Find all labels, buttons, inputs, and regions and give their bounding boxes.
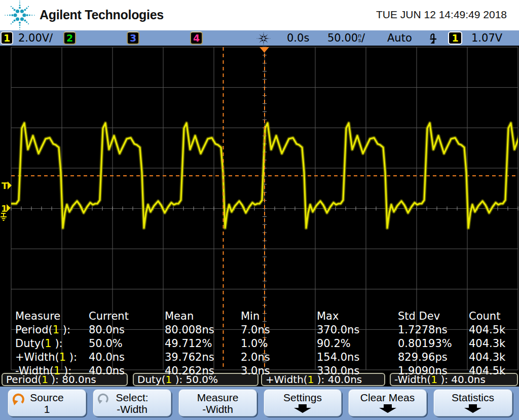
- agilent-spark-logo: [3, 1, 36, 30]
- softkey-statistics[interactable]: Statistics: [433, 389, 512, 416]
- meas-period-min: 7.0ns: [241, 323, 317, 337]
- waveform-display: T 1 Measure Current Mean Min Max Std Dev…: [0, 46, 519, 371]
- delay-readout: 0.0s: [287, 30, 309, 46]
- header: Agilent Technologies TUE JUN 12 14:49:49…: [0, 0, 519, 30]
- softkey-select[interactable]: Select: -Width: [93, 389, 171, 416]
- meas-header-measure: Measure: [15, 310, 89, 323]
- meas-period-stddev: 1.7278ns: [398, 323, 469, 337]
- meas-header-min: Min: [241, 310, 317, 323]
- meas-header-stddev: Std Dev: [398, 310, 469, 323]
- meas-nwidth-current: 40.0ns: [89, 364, 165, 378]
- meas-duty-count: 404.3k: [469, 337, 509, 351]
- softkey-clear-meas[interactable]: Clear Meas: [348, 389, 427, 416]
- trigger-position-marker[interactable]: [260, 47, 269, 53]
- channel-1-ground-marker[interactable]: 1: [1, 203, 11, 220]
- trigger-mode: Auto: [387, 30, 412, 46]
- meas-pwidth-count: 404.3k: [469, 351, 509, 364]
- trigger-level-marker[interactable]: T: [2, 180, 12, 191]
- meas-row-duty-label: Duty(1 ):: [15, 337, 89, 351]
- meas-nwidth-min: 3.0ns: [241, 364, 317, 378]
- oscilloscope-screen: Agilent Technologies TUE JUN 12 14:49:49…: [0, 0, 519, 420]
- timebase-readout: 50.00ns/: [327, 30, 365, 46]
- measurement-table: Measure Current Mean Min Max Std Dev Cou…: [15, 310, 509, 378]
- meas-header-mean: Mean: [165, 310, 241, 323]
- meas-period-current: 80.0ns: [89, 323, 165, 337]
- rotate-knob-icon: [11, 392, 25, 406]
- timebase-slash: /: [361, 32, 365, 44]
- channel-3-badge[interactable]: 3: [127, 31, 139, 45]
- channel-1-badge[interactable]: 1: [1, 31, 13, 45]
- datetime: TUE JUN 12 14:49:49 2018: [376, 9, 507, 21]
- meas-row-pwidth-label: +Width(1 ):: [15, 351, 89, 364]
- brand-title: Agilent Technologies: [40, 8, 164, 22]
- status-bar: 1 2.00V/ 2 3 4 0.0s 50.00ns/ Auto 1 1.07…: [0, 30, 519, 46]
- meas-period-max: 370.0ns: [317, 323, 398, 337]
- meas-nwidth-stddev: 1.9090ns: [398, 364, 469, 378]
- meas-period-count: 404.5k: [469, 323, 509, 337]
- channel-1-scale: 2.00V/: [18, 30, 53, 46]
- meas-pwidth-max: 154.0ns: [317, 351, 398, 364]
- meas-duty-mean: 49.712%: [165, 337, 241, 351]
- meas-nwidth-count: 404.5k: [469, 364, 509, 378]
- meas-pwidth-current: 40.0ns: [89, 351, 165, 364]
- rotate-knob-icon: [96, 392, 109, 405]
- timebase-value: 50.00: [327, 32, 358, 44]
- meas-pwidth-stddev: 829.96ps: [398, 351, 469, 364]
- meas-duty-stddev: 0.80193%: [398, 337, 469, 351]
- meas-pwidth-min: 2.0ns: [241, 351, 317, 364]
- trigger-edge-icon: [429, 31, 437, 47]
- meas-row-period-label: Period(1 ):: [15, 323, 89, 337]
- softkey-measure[interactable]: Measure -Width: [178, 389, 257, 416]
- menu-down-arrow-icon: [291, 404, 314, 413]
- meas-nwidth-mean: 40.262ns: [165, 364, 241, 378]
- meas-header-count: Count: [469, 310, 509, 323]
- channel-2-badge[interactable]: 2: [63, 31, 76, 45]
- softkey-settings[interactable]: Settings: [264, 389, 342, 416]
- trigger-level-readout: 1.07V: [471, 30, 502, 46]
- meas-duty-current: 50.0%: [89, 337, 165, 351]
- meas-nwidth-max: 330.0ns: [317, 364, 398, 378]
- channel-4-badge[interactable]: 4: [190, 31, 203, 45]
- meas-duty-max: 90.2%: [317, 337, 398, 351]
- meas-header-current: Current: [89, 310, 165, 323]
- trigger-source-badge[interactable]: 1: [448, 31, 462, 45]
- meas-row-nwidth-label: -Width(1 ):: [15, 364, 89, 378]
- svg-text:1: 1: [1, 203, 8, 214]
- softkey-menu: Source 1 Select: -Width Measure -Width S…: [0, 387, 519, 420]
- meas-period-mean: 80.008ns: [165, 323, 241, 337]
- menu-down-arrow-icon: [377, 404, 399, 413]
- meas-duty-min: 1.0%: [241, 337, 317, 351]
- svg-text:T: T: [2, 180, 8, 191]
- meas-header-max: Max: [317, 310, 398, 323]
- softkey-source[interactable]: Source 1: [8, 389, 86, 416]
- meas-pwidth-mean: 39.762ns: [165, 351, 241, 364]
- menu-down-arrow-icon: [462, 404, 484, 413]
- spark-icon: [254, 31, 273, 46]
